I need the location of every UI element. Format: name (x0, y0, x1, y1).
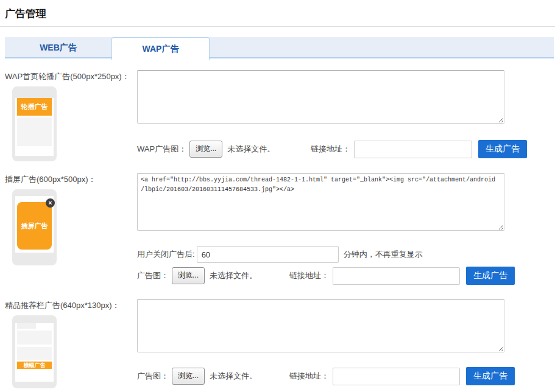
title-divider (0, 26, 555, 27)
interstitial-ad-code-textarea[interactable]: <a href="http://bbs.yyjia.com/thread-148… (137, 173, 504, 231)
close-icon: × (46, 198, 55, 208)
banner-ad-code-textarea[interactable] (137, 299, 504, 352)
interstitial-controls-row: 广告图： 浏览... 未选择文件。 链接地址： 生成广告 (137, 267, 527, 285)
no-file-selected-text: 未选择文件。 (210, 371, 257, 382)
content-placeholder-block (17, 117, 52, 146)
link-address-label: 链接地址： (311, 144, 350, 155)
link-address-label: 链接地址： (289, 270, 329, 281)
timeout-suffix-text: 分钟内，不再重复显示 (344, 249, 423, 260)
timeout-row: 用户关闭广告后: 分钟内，不再重复显示 (137, 246, 527, 263)
carousel-controls-row: WAP广告图： 浏览... 未选择文件。 链接地址： 生成广告 (137, 140, 527, 158)
banner-controls-row: 广告图： 浏览... 未选择文件。 链接地址： 生成广告 (137, 367, 527, 385)
timeout-label: 用户关闭广告后: (137, 249, 195, 260)
page-title: 广告管理 (0, 0, 555, 26)
phone-mockup-interstitial: 插屏广告 × (12, 189, 57, 265)
file-field-label: 广告图： (137, 270, 169, 281)
file-upload-group: WAP广告图： 浏览... 未选择文件。 (137, 141, 311, 158)
phone-screen: 轮播广告 (15, 98, 54, 156)
carousel-ad-preview: 轮播广告 (17, 98, 52, 116)
link-address-input[interactable] (354, 141, 472, 158)
phone-screen: 横幅广告 (15, 323, 54, 382)
section-interstitial-ad: 插屏广告(600px*500px)： 插屏广告 × <a href="http:… (5, 173, 555, 285)
generate-ad-button[interactable]: 生成广告 (466, 267, 515, 285)
link-address-input[interactable] (333, 267, 460, 285)
phone-screen: 插屏广告 × (15, 196, 54, 253)
interstitial-ad-preview: 插屏广告 × (17, 202, 52, 250)
section-featured-banner-ad: 精品推荐栏广告(640px*130px)： 横幅广告 广告图： 浏览... 未选… (5, 299, 555, 388)
browse-button[interactable]: 浏览... (172, 267, 205, 284)
title-placeholder-bar (17, 323, 36, 329)
section-label: 精品推荐栏广告(640px*130px)： (5, 299, 137, 311)
no-file-selected-text: 未选择文件。 (210, 270, 257, 281)
link-address-label: 链接地址： (289, 371, 329, 382)
ad-type-tab-bar: WEB广告 WAP广告 (5, 37, 554, 58)
section-label: 插屏广告(600px*500px)： (5, 173, 137, 185)
link-address-input[interactable] (333, 368, 460, 385)
interstitial-ad-label: 插屏广告 (21, 222, 48, 231)
content-placeholder-block (17, 331, 52, 345)
tab-web-ads[interactable]: WEB广告 (5, 37, 111, 58)
no-file-selected-text: 未选择文件。 (227, 144, 275, 155)
file-field-label: WAP广告图： (137, 144, 186, 155)
timeout-minutes-input[interactable] (197, 246, 339, 263)
section-wap-carousel-ad: WAP首页轮播广告(500px*250px)： 轮播广告 WAP广告图： 浏览.… (5, 70, 555, 161)
phone-mockup-carousel: 轮播广告 (12, 86, 57, 161)
generate-ad-button[interactable]: 生成广告 (478, 140, 527, 158)
banner-ad-preview: 横幅广告 (17, 362, 52, 369)
file-upload-group: 广告图： 浏览... 未选择文件。 (137, 368, 289, 385)
browse-button[interactable]: 浏览... (172, 368, 205, 385)
browse-button[interactable]: 浏览... (189, 141, 222, 158)
phone-mockup-banner: 横幅广告 (12, 315, 57, 388)
file-field-label: 广告图： (137, 371, 169, 382)
generate-ad-button[interactable]: 生成广告 (466, 367, 515, 385)
content-placeholder-block (17, 347, 52, 360)
carousel-ad-code-textarea[interactable] (137, 70, 504, 124)
file-upload-group: 广告图： 浏览... 未选择文件。 (137, 267, 289, 284)
section-label: WAP首页轮播广告(500px*250px)： (5, 70, 137, 82)
tab-wap-ads[interactable]: WAP广告 (111, 37, 210, 60)
